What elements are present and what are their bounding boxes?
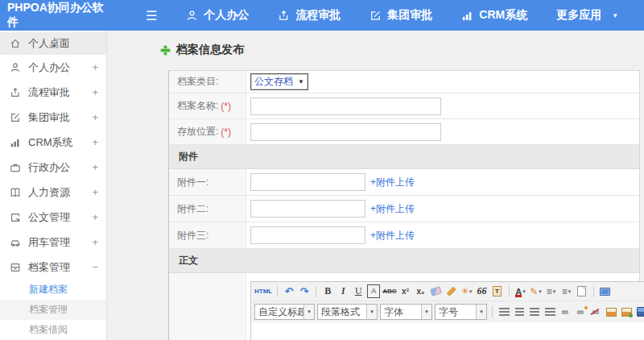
bold-button[interactable]: B <box>321 284 334 298</box>
upload-image-button[interactable] <box>620 305 633 319</box>
attachment1-input[interactable] <box>250 173 365 191</box>
align-center-button[interactable] <box>513 305 526 319</box>
sidebar-item-crm[interactable]: CRM系统 + <box>0 130 106 155</box>
category-label: 档案类目: <box>169 71 246 93</box>
sidebar-subitem-new-archive[interactable]: 新建档案 <box>0 280 106 300</box>
char-border-button[interactable]: A <box>367 284 380 298</box>
attachment2-input[interactable] <box>250 200 365 218</box>
insert-media-button[interactable] <box>635 305 644 319</box>
bar-chart-icon <box>10 137 21 148</box>
paragraph-format-select[interactable]: 段落格式▾ <box>317 304 378 320</box>
attachment3-label: 附件三: <box>169 222 246 248</box>
sidebar-item-label: 用车管理 <box>28 235 90 250</box>
nav-item-process-approval[interactable]: 流程审批 <box>278 8 341 23</box>
sidebar-item-process-approval[interactable]: 流程审批 + <box>0 80 106 105</box>
heading-select[interactable]: 自定义标题▾ <box>254 304 315 320</box>
name-label: 档案名称: (*) <box>169 93 246 118</box>
sidebar-item-desktop[interactable]: 个人桌面 <box>0 32 106 55</box>
insert-link-button[interactable]: ∞ <box>559 305 572 319</box>
highlight-pen-icon: ✎ <box>530 286 538 297</box>
expand-toggle[interactable]: + <box>90 86 98 98</box>
fullscreen-button[interactable] <box>599 284 612 298</box>
caret-down-icon: ▾ <box>553 288 556 295</box>
paint-format-button[interactable]: ✳▾ <box>460 284 473 298</box>
font-size-select[interactable]: 字号▾ <box>435 304 487 320</box>
highlight-color-button[interactable]: ✎▾ <box>530 284 543 298</box>
sidebar-subitem-archive-mgmt[interactable]: 档案管理 <box>0 300 106 320</box>
process-share-icon <box>278 10 290 22</box>
book-icon <box>10 187 21 198</box>
expand-toggle[interactable]: + <box>90 61 98 73</box>
caret-down-icon: ▾ <box>421 305 431 319</box>
process-share-icon <box>10 87 21 98</box>
align-justify-icon <box>545 308 555 317</box>
archive-name-input[interactable] <box>250 97 441 115</box>
attachment2-upload-link[interactable]: +附件上传 <box>370 202 415 216</box>
caret-down-icon: ▾ <box>303 305 314 319</box>
attachment3-upload-link[interactable]: +附件上传 <box>370 229 415 243</box>
expand-toggle[interactable]: + <box>90 136 98 148</box>
blockquote-button[interactable]: 66 <box>476 284 489 298</box>
subscript-button[interactable]: x₂ <box>415 284 427 298</box>
expand-toggle[interactable]: + <box>90 211 98 223</box>
paste-text-button[interactable]: T <box>491 284 504 298</box>
align-left-button[interactable] <box>497 305 510 319</box>
sidebar-item-personal-office[interactable]: 个人办公 + <box>0 55 106 80</box>
storage-location-input[interactable] <box>250 123 441 141</box>
anchor-button[interactable]: ∞ <box>589 305 602 319</box>
superscript-button[interactable]: x² <box>399 284 412 298</box>
app-logo: PHPOA协同办公软件 <box>0 1 107 30</box>
sidebar-subitem-archive-borrow[interactable]: 档案借阅 <box>0 320 106 340</box>
font-family-select[interactable]: 字体▾ <box>380 304 432 320</box>
attachment3-input[interactable] <box>250 226 365 244</box>
sidebar-item-archive-mgmt[interactable]: 档案管理 − <box>0 255 106 280</box>
editor-canvas[interactable] <box>251 322 644 340</box>
rich-text-editor: HTML ↶ ↷ B I U A ABC x² <box>250 281 644 340</box>
attachment1-upload-link[interactable]: +附件上传 <box>370 176 415 189</box>
ordered-list-button[interactable]: ≡▾ <box>545 284 558 298</box>
align-justify-button[interactable] <box>543 305 556 319</box>
expand-toggle[interactable]: + <box>90 186 98 198</box>
font-color-button[interactable]: A▾ <box>514 284 527 298</box>
remove-format-button[interactable] <box>430 284 443 298</box>
nav-item-crm[interactable]: CRM系统 <box>461 8 527 23</box>
nav-item-personal-office[interactable]: 个人办公 <box>186 8 249 23</box>
nav-label: 个人办公 <box>204 8 249 23</box>
unlink-button[interactable]: ∞ <box>574 305 587 319</box>
collapse-toggle[interactable]: − <box>90 261 98 273</box>
expand-toggle[interactable]: + <box>90 236 98 248</box>
nav-item-group-approval[interactable]: 集团审批 <box>369 8 432 23</box>
strikethrough-button[interactable]: ABC <box>382 284 396 298</box>
align-right-icon <box>530 308 539 317</box>
align-right-button[interactable] <box>528 305 541 319</box>
italic-button[interactable]: I <box>336 284 349 298</box>
html-source-button[interactable]: HTML <box>254 284 272 298</box>
sidebar-item-admin-office[interactable]: 行政办公 + <box>0 155 106 180</box>
required-mark: (*) <box>221 126 231 138</box>
sidebar-item-vehicle-mgmt[interactable]: 用车管理 + <box>0 230 106 255</box>
toolbar-separator <box>492 306 493 317</box>
sidebar-item-document-mgmt[interactable]: 公文管理 + <box>0 205 106 230</box>
new-page-button[interactable] <box>576 284 588 298</box>
sidebar-item-hr[interactable]: 人力资源 + <box>0 180 106 205</box>
body-label-cell <box>169 273 246 340</box>
category-select[interactable]: 公文存档 ▼ <box>250 73 308 90</box>
sidebar-item-group-approval[interactable]: 集团审批 + <box>0 105 106 130</box>
sidebar-item-label: 集团审批 <box>28 110 90 125</box>
form-row-name: 档案名称: (*) <box>169 93 639 119</box>
expand-toggle[interactable]: + <box>90 111 98 123</box>
editor-toolbar-row2: 自定义标题▾ 段落格式▾ 字体▾ 字号▾ ∞ ∞ <box>251 301 644 322</box>
sidebar-item-label: 行政办公 <box>28 160 90 175</box>
quick-format-button[interactable] <box>445 284 458 298</box>
unordered-list-button[interactable]: ≡▾ <box>560 284 573 298</box>
undo-button[interactable]: ↶ <box>283 284 295 298</box>
hamburger-menu-icon[interactable]: ☰ <box>146 8 157 23</box>
caret-down-icon: ▾ <box>366 305 377 319</box>
nav-item-more-apps[interactable]: 更多应用 ▼ <box>556 8 618 23</box>
unordered-list-icon: ≡ <box>562 286 568 297</box>
expand-toggle[interactable]: + <box>90 161 98 173</box>
redo-button[interactable]: ↷ <box>298 284 311 298</box>
insert-image-button[interactable] <box>605 305 617 319</box>
underline-button[interactable]: U <box>352 284 365 298</box>
edit-square-icon <box>369 10 382 22</box>
